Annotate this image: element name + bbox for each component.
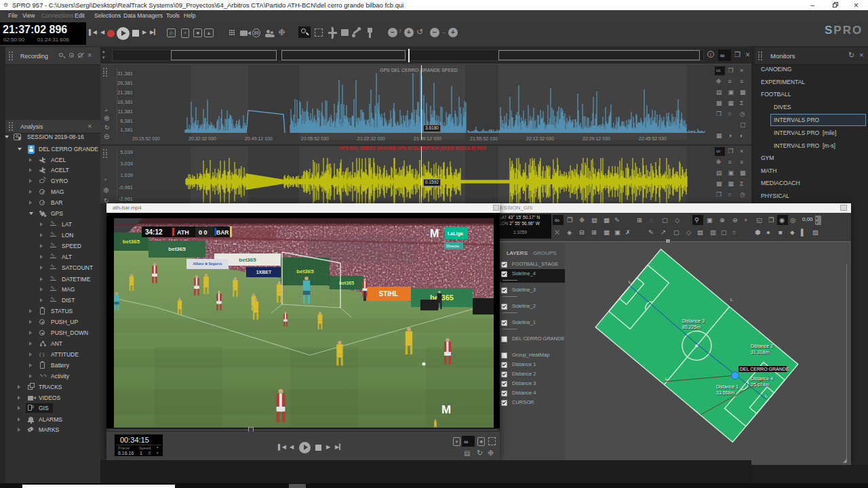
svg-text:Distance 3: Distance 3 (682, 319, 705, 323)
svg-text:Directo: Directo (446, 244, 460, 248)
svg-text:Distance 1: Distance 1 (716, 384, 738, 389)
svg-text:bet365: bet365 (239, 257, 256, 263)
svg-text:bet365: bet365 (168, 246, 186, 252)
svg-text:L: L (730, 298, 733, 302)
svg-text:M: M (441, 403, 451, 416)
svg-text:L: L (629, 280, 631, 284)
svg-text:85.225m: 85.225m (682, 325, 701, 329)
svg-text:33.558m: 33.558m (716, 390, 734, 395)
svg-text:Allianz ⊛ Seguros: Allianz ⊛ Seguros (193, 262, 222, 266)
svg-text:34:12: 34:12 (145, 228, 163, 236)
svg-text:1XBET: 1XBET (256, 270, 272, 274)
svg-text:25.674m: 25.674m (751, 382, 769, 387)
svg-text:bet365: bet365 (339, 281, 354, 285)
svg-text:ATH: ATH (177, 229, 189, 236)
svg-text:LaLiga: LaLiga (448, 231, 463, 237)
svg-text:M: M (430, 228, 439, 239)
svg-text:DEL CERRO GRANDE: DEL CERRO GRANDE (740, 367, 789, 371)
svg-text:0 0: 0 0 (199, 229, 208, 236)
svg-text:BAR: BAR (216, 229, 229, 236)
svg-text:Distance 4: Distance 4 (751, 376, 773, 381)
svg-text:Distance 2: Distance 2 (751, 344, 773, 348)
svg-text:STIHL: STIHL (379, 290, 399, 298)
svg-text:31.318m: 31.318m (751, 350, 769, 354)
svg-text:bet365: bet365 (123, 239, 140, 245)
